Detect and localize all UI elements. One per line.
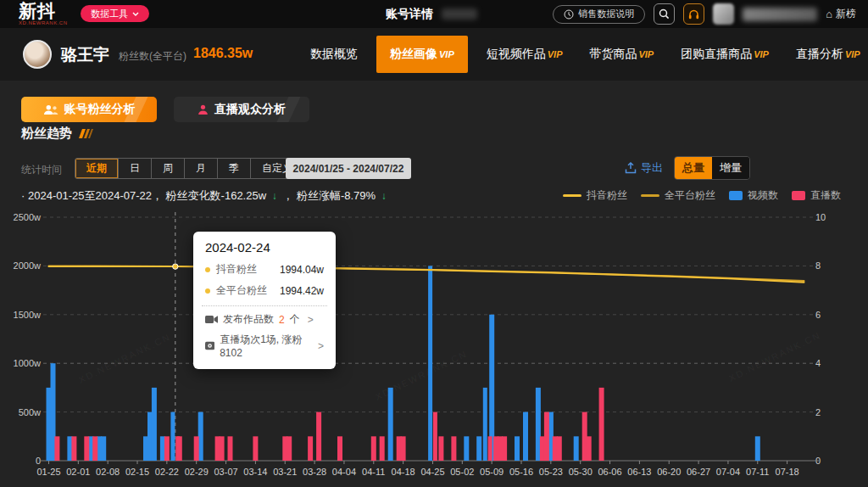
summary-line: · 2024-01-25至2024-07-22， 粉丝变化数-162.25w ↓… (21, 188, 389, 204)
site-logo[interactable]: 新抖 XD.NEWRANK.CN (19, 2, 68, 25)
live-bar[interactable] (587, 436, 592, 461)
live-bar[interactable] (194, 436, 199, 461)
x-tick-label: 03-14 (243, 467, 267, 477)
subtab-直播观众分析[interactable]: 直播观众分析 (174, 97, 309, 122)
user-avatar-blurred[interactable] (713, 3, 734, 25)
tooltip-live-link[interactable]: 直播场次1场, 涨粉8102 > (205, 333, 324, 359)
live-bar[interactable] (308, 436, 313, 461)
tab-粉丝画像[interactable]: 粉丝画像VIP (376, 36, 468, 73)
video-bar[interactable] (515, 436, 520, 461)
live-bar[interactable] (380, 436, 385, 461)
fans-line[interactable] (49, 266, 804, 283)
data-tools-button[interactable]: 数据工具 (81, 5, 149, 22)
time-option-周[interactable]: 周 (152, 159, 185, 178)
sales-data-info-button[interactable]: 销售数据说明 (553, 5, 645, 24)
x-tick-label: 04-18 (392, 467, 415, 477)
live-bar[interactable] (401, 436, 406, 461)
page-title-wrap: 账号详情 (386, 0, 477, 28)
live-bar[interactable] (253, 436, 258, 461)
time-option-近期[interactable]: 近期 (75, 159, 119, 178)
live-bar[interactable] (488, 436, 492, 461)
clock-icon (564, 9, 574, 20)
fans-trend-chart[interactable]: 2500w102000w81500w61000w4500w20001-2502-… (0, 204, 868, 487)
live-bar[interactable] (337, 436, 342, 461)
live-bar[interactable] (84, 436, 89, 461)
live-bar[interactable] (54, 436, 59, 461)
toggle-总量[interactable]: 总量 (675, 157, 712, 179)
live-bar[interactable] (433, 412, 437, 461)
time-option-月[interactable]: 月 (185, 159, 218, 178)
series-dot-icon (205, 267, 210, 272)
tab-团购直播商品[interactable]: 团购直播商品VIP (667, 28, 782, 81)
video-bar[interactable] (755, 436, 760, 461)
live-bar[interactable] (177, 436, 182, 461)
tab-带货商品[interactable]: 带货商品VIP (576, 28, 667, 81)
live-bar[interactable] (451, 436, 456, 461)
fans-line[interactable] (49, 266, 804, 281)
legend-全平台粉丝[interactable]: 全平台粉丝 (641, 188, 715, 203)
video-bar[interactable] (483, 388, 487, 461)
section-title: 粉丝趋势 (21, 126, 72, 142)
newrank-link[interactable]: ⌂ 新榜 (826, 7, 856, 21)
account-avatar[interactable] (23, 40, 52, 69)
x-tick-label: 04-11 (362, 467, 385, 477)
x-tick-label: 07-04 (716, 467, 740, 477)
vip-badge: VIP (439, 49, 454, 59)
legend-抖音粉丝[interactable]: 抖音粉丝 (563, 188, 627, 203)
people-icon (43, 104, 58, 115)
x-tick-label: 05-09 (480, 467, 504, 477)
right-axis-label: 6 (815, 310, 821, 320)
video-bar[interactable] (523, 412, 528, 461)
tab-数据概览[interactable]: 数据概览 (297, 28, 371, 81)
tooltip-works-link[interactable]: 发布作品数2个 > (205, 312, 324, 327)
x-tick-label: 01-25 (36, 467, 60, 477)
video-bar[interactable] (574, 436, 579, 461)
video-bar[interactable] (428, 266, 432, 461)
video-bar[interactable] (476, 436, 481, 461)
video-bar[interactable] (388, 388, 393, 461)
person-icon (198, 104, 209, 115)
live-bar[interactable] (220, 436, 225, 461)
legend-label: 全平台粉丝 (665, 188, 715, 203)
live-bar[interactable] (371, 436, 376, 461)
x-tick-label: 04-25 (420, 467, 444, 477)
search-button[interactable] (654, 3, 675, 25)
export-button[interactable]: 导出 (625, 160, 663, 176)
live-bar[interactable] (287, 436, 292, 461)
tab-直播分析[interactable]: 直播分析VIP (782, 28, 868, 81)
video-bar[interactable] (464, 436, 469, 461)
time-option-日[interactable]: 日 (119, 159, 152, 178)
vip-badge: VIP (754, 49, 769, 59)
toggle-增量[interactable]: 增量 (712, 157, 749, 179)
arrow-right-icon: > (308, 314, 314, 326)
live-bar[interactable] (438, 436, 443, 461)
chevron-down-icon (132, 12, 139, 16)
live-bar[interactable] (71, 436, 76, 461)
tooltip-divider (202, 305, 327, 306)
video-bar[interactable] (170, 412, 175, 461)
subtab-账号粉丝分析[interactable]: 账号粉丝分析 (21, 97, 157, 122)
legend-视频数[interactable]: 视频数 (729, 188, 778, 203)
support-button[interactable] (683, 3, 704, 25)
live-bar[interactable] (544, 412, 549, 461)
tab-短视频作品[interactable]: 短视频作品VIP (473, 28, 576, 81)
live-bar[interactable] (557, 436, 562, 461)
live-bar[interactable] (164, 436, 170, 461)
fans-count-value: 1846.35w (193, 46, 253, 61)
live-bar[interactable] (502, 436, 507, 461)
logo-subtext: XD.NEWRANK.CN (19, 20, 68, 25)
live-bar[interactable] (92, 436, 97, 461)
live-bar[interactable] (316, 412, 321, 461)
video-bar[interactable] (101, 436, 106, 461)
account-name: 骆王宇 (61, 44, 109, 66)
analysis-subtabs: 账号粉丝分析直播观众分析 (21, 97, 309, 122)
date-range-picker[interactable]: 2024/01/25 - 2024/07/22 (286, 158, 411, 179)
time-option-季[interactable]: 季 (218, 159, 251, 178)
video-bar[interactable] (152, 388, 157, 461)
x-tick-label: 06-27 (687, 467, 710, 477)
left-axis-label: 2500w (14, 212, 41, 222)
series-dot-icon (205, 288, 210, 294)
live-bar[interactable] (228, 436, 233, 461)
live-bar[interactable] (599, 388, 604, 461)
legend-直播数[interactable]: 直播数 (792, 188, 841, 203)
